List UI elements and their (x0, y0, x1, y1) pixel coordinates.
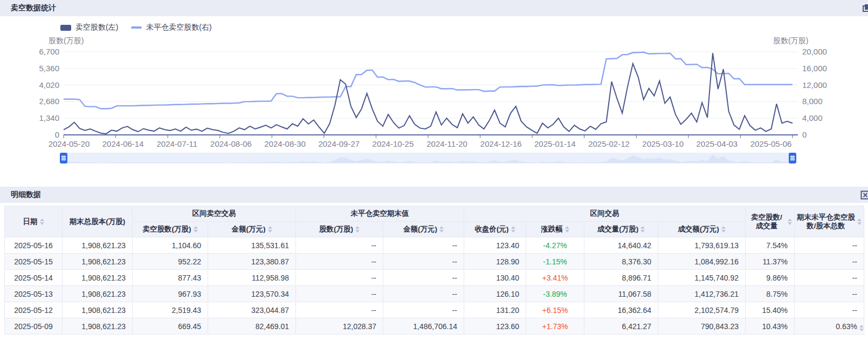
cell-ratio-shares: -- (795, 254, 864, 270)
col-header-short-shares[interactable]: 卖空股数(万股) (133, 222, 208, 237)
cell-ratio-volume: 15.40% (746, 302, 795, 318)
cell-date: 2025-05-14 (5, 270, 63, 286)
table-row: 2025-05-14 1,908,621.23 877.43 112,958.9… (5, 270, 864, 286)
cell-ratio-volume: 11.37% (746, 254, 795, 270)
x-axis-label: 2024-11-20 (426, 139, 467, 148)
cell-short-amount: 123,570.34 (208, 286, 296, 302)
download-icon[interactable] (862, 4, 868, 12)
x-axis-label: 2024-12-16 (480, 139, 522, 148)
cell-ratio-volume: 10.43% (746, 318, 795, 335)
col-header-volume[interactable]: 成交量(万股) (584, 222, 658, 237)
col-header-total-shares[interactable]: 期末总股本(万股) (63, 206, 133, 237)
cell-short-shares: 2,519.43 (133, 302, 208, 318)
col-header-open-amount[interactable]: 金额(万元) (383, 222, 464, 237)
left-axis-tick: 0 (55, 130, 59, 139)
col-header-turnover[interactable]: 成交额(万元) (658, 222, 746, 237)
data-zoom-shadow (64, 153, 793, 163)
right-axis-tick: 16,000 (802, 64, 827, 73)
sort-icon[interactable] (859, 325, 864, 331)
sort-icon[interactable] (640, 226, 645, 233)
cell-ratio-shares: 0.63% (795, 318, 864, 335)
sort-icon[interactable] (565, 226, 569, 233)
cell-open-shares: -- (296, 302, 383, 318)
x-axis-label: 2024-05-20 (49, 139, 90, 148)
cell-volume: 16,362.64 (584, 302, 658, 318)
col-header-close-price[interactable]: 收盘价(元) (464, 222, 526, 237)
left-axis-tick: 4,020 (39, 80, 59, 90)
table-row: 2025-05-15 1,908,621.23 952.22 123,380.8… (5, 254, 864, 270)
x-axis-label: 2025-01-14 (534, 139, 576, 148)
cell-ratio-shares: -- (795, 237, 864, 254)
cell-date: 2025-05-15 (5, 254, 63, 270)
cell-short-shares: 877.43 (133, 270, 208, 286)
cell-change-percent: -4.27% (526, 237, 584, 254)
cell-open-shares: -- (296, 254, 383, 270)
sort-icon[interactable] (194, 226, 198, 233)
cell-open-shares: -- (296, 270, 383, 286)
group-header-open-short: 未平仓卖空期末值 (296, 206, 464, 222)
data-zoom-slider[interactable] (64, 153, 793, 163)
x-axis-label: 2025-03-10 (642, 139, 684, 148)
cell-ratio-volume: 9.86% (746, 270, 795, 286)
col-header-ratio-volume[interactable]: 卖空股数/成交量 (746, 206, 795, 237)
cell-turnover: 1,793,619.13 (658, 237, 746, 254)
col-header-ratio-shares[interactable]: 期末未平仓卖空股数/股本总数 (795, 206, 864, 237)
detail-data-table: 日期 期末总股本(万股) 区间卖空交易 未平仓卖空期末值 区间交易 卖空股数/成… (4, 206, 864, 335)
series-open-short-shares (64, 52, 793, 109)
series-short-shares (64, 53, 793, 134)
col-header-short-amount[interactable]: 金额(万元) (208, 222, 296, 237)
sort-icon[interactable] (268, 226, 272, 233)
sort-icon[interactable] (355, 226, 360, 233)
right-axis-tick: 8,000 (802, 97, 823, 106)
cell-ratio-volume: 7.54% (746, 237, 795, 254)
cell-total-shares: 1,908,621.23 (63, 254, 133, 270)
cell-date: 2025-05-16 (5, 237, 63, 254)
cell-short-amount: 82,469.01 (208, 318, 296, 335)
chart-section-title: 卖空数据统计 (11, 3, 56, 13)
cell-turnover: 790,843.23 (658, 318, 746, 335)
col-header-date[interactable]: 日期 (5, 206, 63, 237)
cell-volume: 14,640.42 (584, 237, 658, 254)
cell-close-price: 128.90 (464, 254, 526, 270)
cell-close-price: 123.60 (464, 318, 526, 335)
x-axis-label: 2024-06-14 (102, 139, 144, 148)
sort-icon[interactable] (40, 219, 44, 225)
sort-icon[interactable] (857, 219, 862, 225)
cell-change-percent: +6.15% (526, 302, 584, 318)
group-header-short-trades: 区间卖空交易 (133, 206, 296, 222)
section-gap (0, 181, 868, 187)
cell-open-amount: -- (383, 237, 464, 254)
data-zoom-right-handle[interactable] (789, 153, 796, 163)
export-excel-icon[interactable] (860, 190, 868, 200)
right-axis-title: 股数(万股) (773, 36, 808, 45)
cell-volume: 8,896.71 (584, 270, 658, 286)
cell-short-amount: 123,380.87 (208, 254, 296, 270)
short-selling-chart: 卖空股数(左) 未平仓卖空股数(右) 股数(万股) 股数(万股) 6,700 5… (0, 16, 868, 181)
cell-ratio-shares: -- (795, 286, 864, 302)
sort-icon[interactable] (511, 226, 515, 233)
sort-icon[interactable] (788, 219, 792, 225)
cell-open-amount: -- (383, 286, 464, 302)
table-row: 2025-05-09 1,908,621.23 669.45 82,469.01… (5, 318, 864, 335)
data-zoom-left-handle[interactable] (60, 153, 67, 163)
right-axis-tick: 0 (802, 130, 807, 139)
x-axis-label: 2025-05-06 (750, 139, 792, 148)
cell-volume: 6,421.27 (584, 318, 658, 335)
detail-section-header: 明细数据 (0, 187, 868, 203)
cell-turnover: 2,102,574.79 (658, 302, 746, 318)
cell-turnover: 1,412,736.21 (658, 286, 746, 302)
col-header-open-shares[interactable]: 股数(万股) (296, 222, 383, 237)
cell-open-shares: 12,028.37 (296, 318, 383, 335)
cell-change-percent: -3.89% (526, 286, 584, 302)
x-axis-label: 2024-10-25 (373, 139, 414, 148)
col-header-change-percent[interactable]: 涨跌幅 (526, 222, 584, 237)
left-axis-tick: 5,360 (39, 64, 59, 73)
x-axis-label: 2025-02-12 (588, 139, 630, 148)
cell-change-percent: +1.73% (526, 318, 584, 335)
cell-change-percent: +3.41% (526, 270, 584, 286)
sort-icon[interactable] (439, 226, 444, 233)
sort-icon[interactable] (721, 226, 726, 233)
line-chart-plot: 股数(万股) 股数(万股) 6,700 5,360 4,020 2,680 1,… (0, 16, 868, 151)
cell-open-shares: -- (296, 237, 383, 254)
x-axis-label: 2024-07-11 (156, 139, 197, 148)
